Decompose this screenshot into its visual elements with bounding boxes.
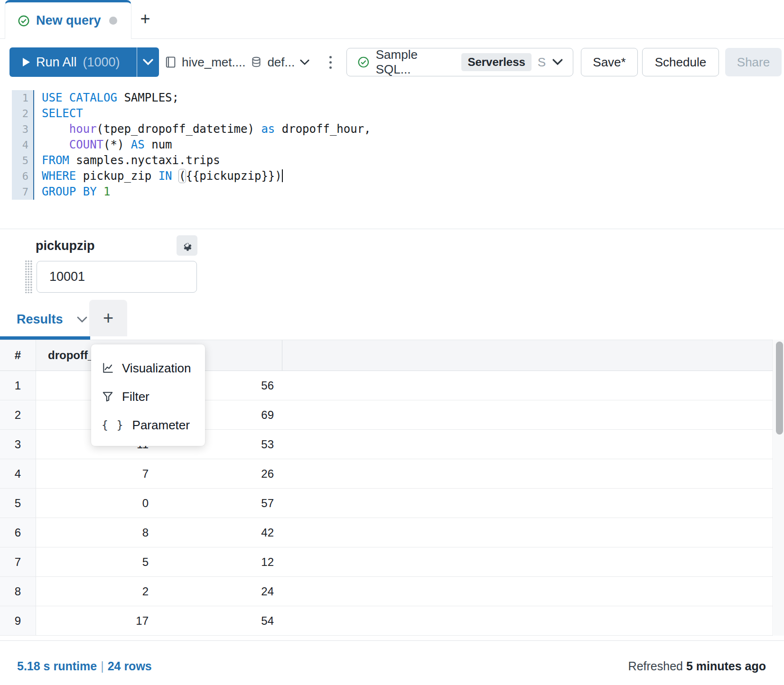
- footer-divider: [0, 640, 784, 641]
- code-line: hour(tpep_dropoff_datetime) as dropoff_h…: [42, 121, 754, 137]
- matched-bracket: (: [179, 169, 186, 183]
- warehouse-status-check-icon: [357, 56, 370, 68]
- active-tab-underline: [0, 336, 90, 340]
- run-limit: (1000): [83, 55, 120, 70]
- warehouse-selector[interactable]: Sample SQL... Serverless S: [346, 48, 573, 76]
- editor-line-number-gutter: 1 2 3 4 5 6 7: [12, 90, 34, 200]
- tab-label: New query: [36, 13, 101, 28]
- menu-item-parameter[interactable]: { } Parameter: [91, 411, 205, 439]
- schema-database-icon: [250, 56, 262, 69]
- add-results-tab-button[interactable]: +: [89, 300, 127, 336]
- line-number: 6: [12, 168, 33, 184]
- schedule-button[interactable]: Schedule: [642, 48, 719, 76]
- scrollbar-thumb[interactable]: [776, 342, 783, 435]
- add-tab-dropdown-menu: Visualization Filter { } Parameter: [91, 344, 205, 446]
- parameter-name-label: pickupzip: [36, 239, 95, 253]
- query-status-check-icon: [18, 15, 30, 27]
- line-number: 3: [12, 121, 33, 137]
- sql-editor-app: New query + Run All (1000) hive_met.... …: [0, 0, 784, 685]
- save-button[interactable]: Save*: [581, 48, 638, 76]
- results-tab-label: Results: [17, 312, 63, 327]
- table-right-border: [773, 340, 773, 636]
- run-all-button[interactable]: Run All (1000): [9, 47, 159, 77]
- code-line: COUNT(*) AS num: [42, 137, 754, 153]
- line-number: 1: [12, 90, 33, 106]
- menu-item-label: Visualization: [122, 361, 191, 376]
- code-line: FROM samples.nyctaxi.trips: [42, 153, 754, 168]
- tab-new-query[interactable]: New query: [5, 0, 131, 39]
- serverless-badge: Serverless: [461, 53, 531, 71]
- warehouse-size: S: [538, 55, 546, 70]
- menu-item-filter[interactable]: Filter: [91, 382, 205, 411]
- column-header-filler: [282, 340, 773, 370]
- menu-item-label: Filter: [122, 389, 149, 404]
- separator: |: [97, 659, 108, 673]
- table-row: 91754: [0, 606, 773, 636]
- parameter-value-input[interactable]: [37, 261, 197, 293]
- table-row: 5057: [0, 489, 773, 518]
- table-row: 4726: [0, 459, 773, 489]
- new-tab-button[interactable]: +: [135, 9, 156, 29]
- chevron-down-icon: [76, 316, 88, 324]
- results-tab[interactable]: Results: [17, 312, 88, 327]
- more-options-kebab-icon[interactable]: [325, 47, 336, 77]
- table-row: 7512: [0, 547, 773, 577]
- text-cursor: [282, 169, 283, 182]
- refreshed-status: Refreshed 5 minutes ago: [628, 659, 766, 673]
- warehouse-name: Sample SQL...: [376, 47, 456, 77]
- row-count-text: 24 rows: [108, 659, 152, 673]
- catalog-schema-selector[interactable]: hive_met.... def...: [164, 47, 310, 77]
- table-row: 6842: [0, 518, 773, 547]
- parameter-settings-button[interactable]: [177, 235, 197, 256]
- query-runtime-status[interactable]: 5.18 s runtime|24 rows: [17, 659, 152, 673]
- share-button[interactable]: Share: [725, 48, 782, 76]
- catalog-book-icon: [164, 56, 177, 69]
- line-number: 7: [12, 184, 33, 200]
- chevron-down-icon: [299, 59, 310, 66]
- catalog-name: hive_met....: [182, 55, 245, 70]
- refreshed-time: 5 minutes ago: [686, 659, 766, 673]
- gear-icon: [181, 240, 193, 251]
- code-line: WHERE pickup_zip IN ({{pickupzip}}): [42, 168, 754, 184]
- sql-code-editor[interactable]: USE CATALOG SAMPLES; SELECT hour(tpep_dr…: [42, 90, 754, 200]
- line-number: 5: [12, 153, 33, 168]
- line-number: 4: [12, 137, 33, 153]
- chevron-down-icon: [552, 58, 563, 66]
- funnel-icon: [102, 390, 114, 403]
- run-all-label: Run All: [36, 55, 77, 70]
- line-number: 2: [12, 106, 33, 121]
- menu-item-visualization[interactable]: Visualization: [91, 354, 205, 382]
- unsaved-dot-icon: [109, 17, 117, 25]
- table-row: 8224: [0, 577, 773, 606]
- parameter-drag-handle[interactable]: [25, 260, 32, 293]
- chart-line-icon: [102, 362, 114, 374]
- code-line: USE CATALOG SAMPLES;: [42, 90, 754, 106]
- runtime-text: 5.18 s runtime: [17, 659, 97, 673]
- code-line: GROUP BY 1: [42, 184, 754, 200]
- column-header-index[interactable]: #: [0, 340, 36, 370]
- code-line: SELECT: [42, 106, 754, 121]
- schema-name: def...: [267, 55, 295, 70]
- braces-icon: { }: [102, 419, 124, 431]
- editor-results-divider: [0, 229, 784, 229]
- run-options-dropdown[interactable]: [137, 58, 159, 66]
- chevron-down-icon: [142, 58, 154, 66]
- menu-item-label: Parameter: [132, 418, 190, 433]
- play-icon: [23, 58, 30, 66]
